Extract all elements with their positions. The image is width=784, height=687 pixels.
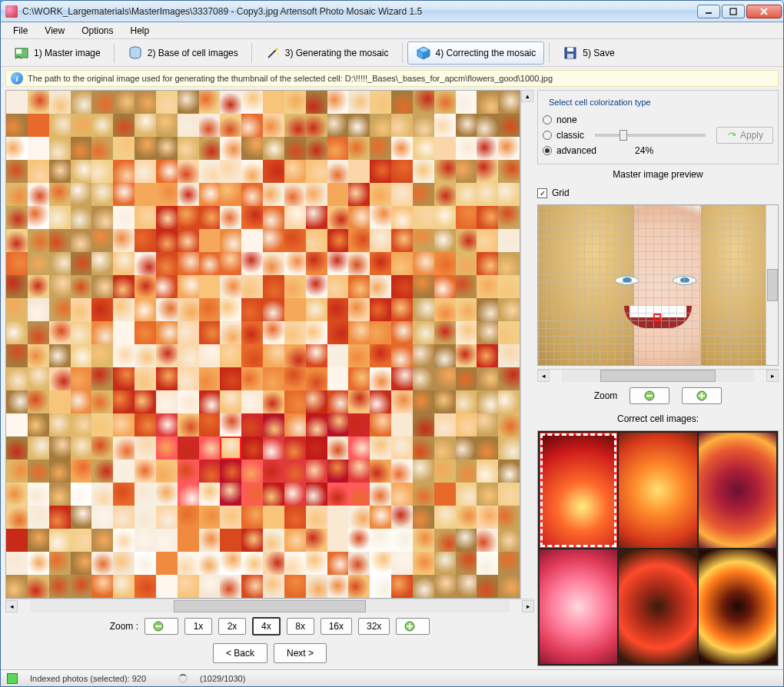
scroll-right-icon[interactable]: ▸	[522, 600, 534, 612]
master-preview[interactable]	[537, 204, 779, 366]
next-button[interactable]: Next >	[274, 643, 327, 663]
app-window: C:\WORK_Largematerials\MasterImages\3337…	[0, 0, 784, 687]
zoom-4x[interactable]: 4x	[252, 617, 281, 636]
separator	[549, 43, 550, 63]
maximize-button[interactable]	[722, 5, 745, 18]
menubar: File View Options Help	[1, 22, 783, 39]
zoom-2x[interactable]: 2x	[218, 618, 246, 635]
radio-advanced-label: advanced	[556, 145, 596, 156]
cell-image[interactable]	[540, 433, 617, 548]
step-master-image[interactable]: 1) Master image	[5, 41, 109, 65]
wand-icon	[265, 45, 281, 61]
info-text: The path to the original image used for …	[28, 74, 553, 83]
preview-grid-overlay	[538, 205, 778, 365]
radio-advanced[interactable]	[543, 146, 552, 155]
colorization-group: Select cell colorization type none class…	[537, 90, 779, 164]
cell-image[interactable]	[540, 549, 617, 665]
titlebar: C:\WORK_Largematerials\MasterImages\3337…	[1, 1, 783, 22]
preview-zoom-in[interactable]	[682, 387, 722, 404]
close-button[interactable]	[746, 5, 782, 18]
step-correcting[interactable]: 4) Correcting the mosaic	[407, 41, 545, 65]
window-title: C:\WORK_Largematerials\MasterImages\3337…	[22, 6, 697, 17]
status-progress: (1029/1030)	[200, 674, 245, 683]
svg-point-8	[275, 48, 278, 51]
group-title: Select cell colorization type	[546, 98, 654, 107]
step-base-images[interactable]: 2) Base of cell images	[119, 41, 247, 65]
svg-rect-5	[16, 49, 22, 54]
app-icon	[5, 5, 18, 18]
separator	[402, 43, 403, 63]
preview-vscroll[interactable]	[766, 205, 778, 365]
cell-image[interactable]	[619, 433, 696, 548]
cell-image[interactable]	[699, 549, 776, 665]
cube-icon	[416, 45, 431, 61]
svg-rect-13	[567, 54, 573, 58]
radio-none[interactable]	[543, 115, 552, 124]
radio-classic[interactable]	[543, 131, 552, 140]
step-label: 4) Correcting the mosaic	[436, 48, 537, 58]
preview-selection	[653, 314, 661, 321]
step-generating[interactable]: 3) Generating the mosaic	[257, 41, 397, 65]
database-icon	[128, 45, 143, 61]
info-icon: i	[11, 72, 23, 85]
grid-checkbox[interactable]: ✓	[537, 188, 547, 198]
info-bar: i The path to the original image used fo…	[5, 70, 779, 87]
floppy-icon	[563, 45, 578, 61]
svg-rect-1	[730, 8, 736, 15]
scroll-left-icon[interactable]: ◂	[5, 600, 18, 612]
menu-view[interactable]: View	[37, 24, 72, 38]
zoom-in-button[interactable]	[396, 618, 430, 635]
correct-title: Correct cell images:	[537, 413, 779, 424]
svg-rect-12	[567, 48, 573, 51]
preview-zoom-out[interactable]	[630, 387, 669, 404]
hscroll-thumb[interactable]	[174, 600, 366, 612]
scroll-left-icon[interactable]: ◂	[537, 370, 550, 382]
menu-file[interactable]: File	[5, 24, 35, 38]
back-button[interactable]: < Back	[213, 643, 267, 663]
status-icon	[7, 673, 18, 684]
separator	[114, 43, 115, 63]
statusbar: Indexed photos (selected): 920 (1029/103…	[1, 669, 783, 686]
step-save[interactable]: 5) Save	[554, 41, 623, 65]
cell-image[interactable]	[699, 433, 776, 548]
separator	[251, 43, 252, 63]
colorization-slider[interactable]	[595, 134, 706, 137]
spinner-icon	[178, 674, 188, 683]
zoom-label: Zoom :	[110, 621, 138, 632]
wizard-toolbar: 1) Master image 2) Base of cell images 3…	[1, 39, 783, 67]
status-indexed: Indexed photos (selected): 920	[30, 674, 146, 683]
zoom-16x[interactable]: 16x	[321, 618, 352, 635]
zoom-1x[interactable]: 1x	[184, 618, 212, 635]
scroll-up-icon[interactable]: ▴	[521, 90, 533, 102]
refresh-icon	[726, 131, 737, 140]
step-label: 2) Base of cell images	[148, 48, 238, 58]
scroll-right-icon[interactable]: ▸	[766, 370, 779, 382]
radio-classic-label: classic	[556, 130, 584, 141]
mosaic-hscroll[interactable]: ◂ ▸	[5, 599, 534, 612]
svg-point-9	[269, 48, 271, 49]
step-label: 5) Save	[583, 48, 614, 58]
zoom-8x[interactable]: 8x	[287, 618, 314, 635]
correct-cells	[537, 430, 779, 666]
zoom-32x[interactable]: 32x	[358, 618, 390, 635]
step-label: 3) Generating the mosaic	[285, 48, 389, 58]
svg-line-7	[268, 50, 276, 58]
colorization-value: 24%	[635, 145, 653, 156]
grid-label: Grid	[552, 188, 570, 198]
preview-hscroll[interactable]: ◂ ▸	[537, 369, 779, 381]
mosaic-vscroll[interactable]: ▴	[520, 90, 534, 599]
mosaic-canvas[interactable]	[5, 90, 520, 599]
radio-none-label: none	[556, 114, 577, 125]
apply-button[interactable]: Apply	[716, 127, 773, 144]
menu-help[interactable]: Help	[123, 24, 158, 38]
step-label: 1) Master image	[34, 48, 101, 58]
preview-title: Master image preview	[537, 169, 779, 180]
minimize-button[interactable]	[697, 5, 720, 18]
zoom-out-button[interactable]	[145, 618, 178, 635]
svg-point-10	[277, 54, 279, 55]
preview-zoom-label: Zoom	[594, 390, 618, 401]
cell-image[interactable]	[619, 549, 696, 665]
master-image-icon	[14, 45, 29, 61]
menu-options[interactable]: Options	[74, 24, 121, 38]
